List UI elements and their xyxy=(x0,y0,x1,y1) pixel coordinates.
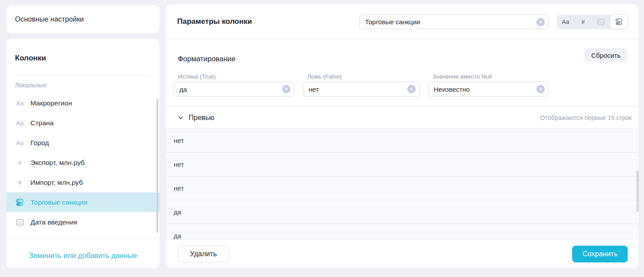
toggle-icon xyxy=(615,18,623,26)
sidebar-item-label: Торговые санкции xyxy=(30,198,88,206)
text-type-icon: Aa xyxy=(15,100,25,107)
sidebar-item-main-settings[interactable]: Основные настройки xyxy=(6,5,160,33)
table-row: нет xyxy=(166,153,639,176)
sidebar-item-label: Страна xyxy=(30,119,54,127)
table-row: да xyxy=(166,200,639,224)
divider xyxy=(6,239,160,239)
delete-button[interactable]: Удалить xyxy=(178,246,229,262)
null-value-label: Значение вместо Null xyxy=(428,73,549,80)
text-type-icon: Aa xyxy=(15,139,25,146)
clear-icon[interactable]: ✕ xyxy=(536,18,545,26)
sidebar-item-label: Макрорегион xyxy=(30,99,72,107)
type-number-segment[interactable]: # xyxy=(574,15,592,29)
text-type-icon: Aa xyxy=(562,19,570,25)
replace-link-label: Заменить или добавить данные xyxy=(29,251,137,260)
preview-table: нет нет нет да да xyxy=(166,129,639,248)
toggle-icon xyxy=(15,198,25,206)
type-boolean-segment[interactable] xyxy=(610,15,628,29)
number-type-icon: # xyxy=(15,179,25,186)
number-type-icon: # xyxy=(581,19,585,25)
false-value-input[interactable] xyxy=(303,82,420,97)
type-text-segment[interactable]: Aa xyxy=(557,15,574,29)
sidebar-item-export[interactable]: # Экспорт, млн.руб xyxy=(6,153,160,172)
cell-value: нет xyxy=(174,137,184,144)
sidebar-item-import[interactable]: # Импорт, млн,руб xyxy=(6,172,160,192)
reset-button[interactable]: Сбросить xyxy=(584,48,627,62)
sidebar-item-trade-sanctions[interactable]: Торговые санкции xyxy=(6,192,160,212)
null-value-input[interactable] xyxy=(428,82,549,97)
replace-or-add-data-link[interactable]: Заменить или добавить данные xyxy=(6,243,160,268)
true-value-label: Истина (True) xyxy=(174,73,294,80)
type-date-segment[interactable] xyxy=(592,15,610,29)
sidebar-item-label: Дата введения xyxy=(30,218,77,226)
chevron-down-icon[interactable] xyxy=(178,114,185,121)
panel-title: Параметры колонки xyxy=(177,17,252,26)
preview-title: Превью xyxy=(189,114,214,122)
sidebar-item-label: Импорт, млн,руб xyxy=(30,179,83,187)
columns-title: Колонки xyxy=(6,39,160,63)
save-button[interactable]: Сохранить xyxy=(572,246,628,262)
true-value-input[interactable] xyxy=(174,82,294,97)
panel-footer: Удалить Сохранить xyxy=(166,240,639,268)
calendar-icon xyxy=(15,218,25,226)
column-settings-panel: Параметры колонки ✕ Aa # xyxy=(166,4,639,268)
null-value-field: Значение вместо Null ✕ xyxy=(428,73,549,97)
clear-icon[interactable]: ✕ xyxy=(407,85,416,94)
cell-value: да xyxy=(174,232,181,240)
preview-note: Отображаются первые 15 строк xyxy=(540,114,632,121)
sidebar-item-label: Город xyxy=(30,139,49,147)
formatting-fields: Истина (True) ✕ Ложь (False) ✕ Значение … xyxy=(166,67,639,97)
column-name-input[interactable] xyxy=(359,15,549,29)
calendar-icon xyxy=(597,18,605,26)
sidebar-item-country[interactable]: Aa Страна xyxy=(6,113,160,133)
text-type-icon: Aa xyxy=(15,120,25,127)
columns-group-label: Локальные xyxy=(6,75,160,93)
sidebar-item-label: Экспорт, млн.руб xyxy=(30,159,85,167)
preview-header: Превью Отображаются первые 15 строк xyxy=(166,106,639,129)
cell-value: да xyxy=(174,208,181,216)
formatting-title: Форматирование xyxy=(178,55,235,63)
formatting-header: Форматирование Сбросить xyxy=(166,39,639,67)
false-value-label: Ложь (False) xyxy=(303,73,420,80)
main-settings-label: Основные настройки xyxy=(15,15,84,23)
column-type-switcher: Aa # xyxy=(557,15,628,29)
false-value-field: Ложь (False) ✕ xyxy=(303,73,420,97)
cell-value: нет xyxy=(174,184,184,192)
table-row: нет xyxy=(166,176,639,200)
column-name-field-wrap: ✕ xyxy=(359,15,549,29)
true-value-field: Истина (True) ✕ xyxy=(174,73,294,97)
cell-value: нет xyxy=(174,161,184,168)
number-type-icon: # xyxy=(15,159,25,166)
clear-icon[interactable]: ✕ xyxy=(536,85,545,94)
columns-card: Колонки Локальные Aa Макрорегион Aa Стра… xyxy=(6,39,160,268)
sidebar-item-city[interactable]: Aa Город xyxy=(6,133,160,153)
table-row: нет xyxy=(166,129,639,153)
sidebar: Основные настройки Колонки Локальные Aa … xyxy=(6,5,160,268)
clear-icon[interactable]: ✕ xyxy=(282,85,290,94)
preview-scrollbar[interactable] xyxy=(637,171,639,212)
sidebar-scrollbar[interactable] xyxy=(156,99,158,233)
sidebar-item-macroregion[interactable]: Aa Макрорегион xyxy=(6,93,160,113)
panel-header: Параметры колонки ✕ Aa # xyxy=(166,4,639,39)
sidebar-item-intro-date[interactable]: Дата введения xyxy=(6,212,160,232)
